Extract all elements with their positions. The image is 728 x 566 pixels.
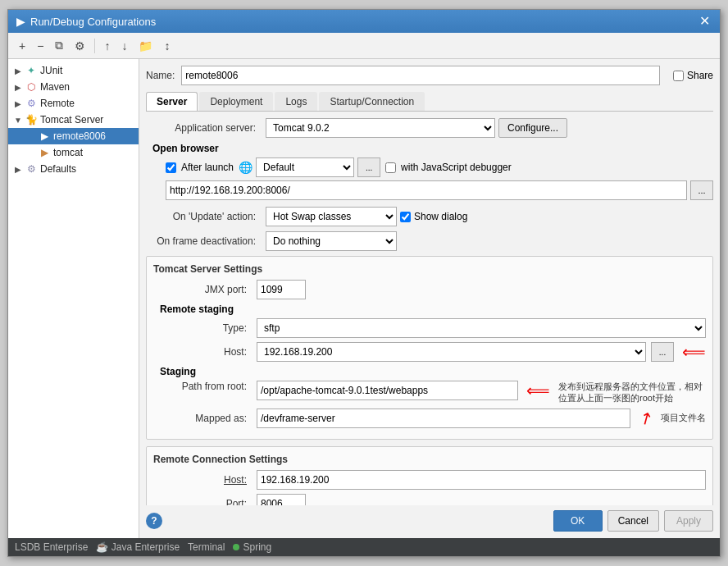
tree-item-junit[interactable]: ▶ ✦ JUnit — [8, 62, 139, 79]
type-label: Type: — [153, 322, 252, 334]
tree-label-maven: Maven — [40, 81, 70, 93]
main-content: ▶ ✦ JUnit ▶ ⬡ Maven ▶ ⚙ Remote ▼ 🐈 Tomca… — [8, 59, 720, 538]
conn-host-row: Host: — [153, 470, 706, 490]
conn-host-input[interactable] — [257, 470, 706, 490]
tree-label-remote: Remote — [40, 98, 75, 109]
path-from-root-label: Path from root: — [153, 381, 252, 392]
tree-item-tomcat-server[interactable]: ▼ 🐈 Tomcat Server — [8, 112, 139, 128]
host-label: Host: — [153, 346, 252, 358]
share-checkbox[interactable] — [673, 71, 684, 81]
status-text-2: ☕ Java Enterprise — [96, 541, 180, 553]
type-row: Type: sftp — [153, 318, 706, 338]
conn-port-input[interactable] — [257, 494, 306, 505]
apply-button[interactable]: Apply — [664, 510, 713, 532]
remote-staging-label: Remote staging — [160, 304, 706, 315]
host-arrow-icon: ⟸ — [682, 342, 706, 362]
status-text-3: Terminal — [188, 541, 225, 553]
url-options-button[interactable]: ... — [690, 180, 713, 200]
status-item-2: ☕ Java Enterprise — [96, 541, 180, 553]
settings-button[interactable]: ⚙ — [71, 37, 89, 55]
tree-item-remote[interactable]: ▶ ⚙ Remote — [8, 95, 139, 112]
path-from-root-input[interactable] — [257, 381, 518, 400]
folder-button[interactable]: 📁 — [134, 37, 157, 55]
host-options-button[interactable]: ... — [651, 342, 674, 362]
tree-item-remote8006[interactable]: ▶ remote8006 — [8, 128, 139, 144]
on-update-label: On 'Update' action: — [146, 211, 261, 222]
on-update-row: On 'Update' action: Hot Swap classes Sho… — [146, 207, 713, 226]
move-up-button[interactable]: ↑ — [100, 37, 114, 55]
after-launch-label: After launch — [181, 162, 234, 173]
path-arrow-icon: ⟸ — [526, 381, 550, 400]
on-frame-select[interactable]: Do nothing — [266, 231, 397, 251]
after-launch-row: After launch 🌐 Default ... with JavaScri… — [166, 157, 713, 177]
bottom-row: ? OK Cancel Apply — [146, 510, 713, 532]
sort-button[interactable]: ↕ — [160, 37, 174, 55]
name-row: Name: Share — [146, 66, 713, 85]
move-down-button[interactable]: ↓ — [117, 37, 131, 55]
tab-logs[interactable]: Logs — [275, 92, 317, 111]
dialog-title: Run/Debug Configurations — [30, 16, 156, 28]
conn-host-label: Host: — [153, 474, 252, 486]
defaults-icon: ⚙ — [25, 162, 38, 176]
share-checkbox-row: Share — [673, 70, 713, 81]
remote-icon: ⚙ — [25, 97, 38, 110]
tab-server[interactable]: Server — [146, 92, 198, 111]
path-from-root-row: Path from root: ⟸ 发布到远程服务器的文件位置，相对位置从上面一… — [153, 381, 706, 404]
app-server-select[interactable]: Tomcat 9.0.2 — [266, 118, 495, 138]
jmx-port-input[interactable] — [257, 280, 306, 299]
type-select[interactable]: sftp — [257, 318, 706, 338]
expand-icon: ▶ — [11, 165, 25, 174]
cancel-button[interactable]: Cancel — [607, 510, 659, 532]
remove-button[interactable]: − — [33, 37, 48, 55]
title-bar: ▶ Run/Debug Configurations ✕ — [8, 10, 720, 33]
expand-icon: ▶ — [11, 83, 25, 92]
name-input[interactable] — [181, 66, 660, 85]
on-frame-row: On frame deactivation: Do nothing — [146, 231, 713, 251]
copy-button[interactable]: ⧉ — [51, 36, 67, 55]
app-server-label: Application server: — [146, 122, 261, 134]
browser-select[interactable]: Default — [256, 157, 354, 177]
run-debug-dialog: ▶ Run/Debug Configurations ✕ + − ⧉ ⚙ ↑ ↓… — [7, 9, 721, 557]
tab-bar: Server Deployment Logs Startup/Connectio… — [146, 92, 713, 112]
tree-label-junit: JUnit — [40, 65, 62, 76]
dialog-icon: ▶ — [16, 15, 25, 28]
show-dialog-checkbox[interactable] — [400, 212, 411, 222]
status-text-4: Spring — [243, 541, 271, 553]
chrome-icon: 🌐 — [239, 161, 253, 174]
url-input[interactable] — [166, 180, 687, 200]
host-select[interactable]: 192.168.19.200 — [257, 342, 646, 362]
tab-deployment[interactable]: Deployment — [199, 92, 273, 111]
url-row: ... — [166, 180, 713, 200]
mapped-as-input[interactable] — [257, 409, 630, 428]
host-row: Host: 192.168.19.200 ... ⟸ — [153, 342, 706, 362]
remote-conn-title: Remote Connection Settings — [153, 454, 706, 465]
tree-item-tomcat[interactable]: ▶ tomcat — [8, 144, 139, 161]
ok-button[interactable]: OK — [553, 510, 603, 532]
browser-options-button[interactable]: ... — [357, 157, 380, 177]
tree-label-tomcat-server: Tomcat Server — [40, 114, 103, 126]
js-debugger-checkbox[interactable] — [385, 162, 396, 173]
tab-startup-connection[interactable]: Startup/Connection — [319, 92, 425, 111]
tree-item-defaults[interactable]: ▶ ⚙ Defaults — [8, 161, 139, 177]
share-label: Share — [687, 70, 713, 81]
mapped-arrow-icon: ↗ — [635, 406, 657, 430]
tomcat-settings-title: Tomcat Server Settings — [153, 263, 706, 275]
configure-button[interactable]: Configure... — [498, 118, 567, 138]
run-config-icon: ▶ — [38, 130, 51, 143]
on-update-select[interactable]: Hot Swap classes — [266, 207, 397, 226]
spring-indicator — [233, 544, 239, 550]
add-button[interactable]: + — [15, 37, 30, 55]
close-button[interactable]: ✕ — [698, 15, 712, 28]
tree-item-maven[interactable]: ▶ ⬡ Maven — [8, 79, 139, 95]
expand-icon: ▶ — [11, 99, 25, 108]
tree-label-defaults: Defaults — [40, 163, 76, 175]
open-browser-label: Open browser — [152, 143, 713, 154]
after-launch-checkbox[interactable] — [166, 162, 176, 173]
on-update-group: Hot Swap classes Show dialog — [266, 207, 713, 226]
right-panel: Name: Share Server Deployment Logs Start… — [139, 59, 720, 538]
mapped-as-row: Mapped as: ↗ 项目文件名 — [153, 409, 706, 428]
conn-port-label: Port: — [153, 498, 252, 505]
path-annotation: 发布到远程服务器的文件位置，相对位置从上面一张图的root开始 — [558, 381, 706, 404]
title-bar-left: ▶ Run/Debug Configurations — [16, 15, 156, 28]
help-button[interactable]: ? — [146, 513, 162, 529]
